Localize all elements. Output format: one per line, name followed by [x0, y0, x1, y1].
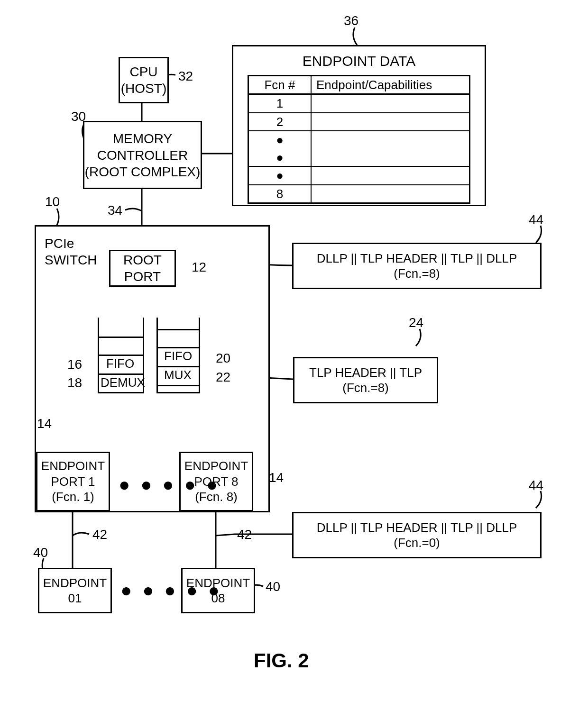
cpu-line1: CPU — [129, 64, 157, 80]
switch-l2: SWITCH — [45, 252, 97, 268]
table-row: ● — [248, 166, 470, 185]
endpoint01-l2: 01 — [68, 591, 82, 606]
ref-endpoint01: 40 — [33, 545, 48, 560]
ref-cpu: 32 — [178, 69, 193, 84]
memctl-l3: (ROOT COMPLEX) — [85, 164, 201, 180]
dllp-upper-l1: DLLP || TLP HEADER || TLP || DLLP — [317, 251, 517, 266]
cpu-line2: (HOST) — [121, 80, 166, 97]
tlp-l1: TLP HEADER || TLP — [309, 365, 422, 381]
right-queue-stack: FIFO MUX — [156, 318, 200, 393]
table-row: ● — [248, 131, 470, 149]
table-row: ● — [248, 149, 470, 167]
left-fifo-label: FIFO — [106, 356, 134, 371]
table-row: 1 — [248, 94, 470, 113]
figure-label: FIG. 2 — [254, 649, 309, 672]
ref-fifo-left: 16 — [67, 357, 82, 372]
right-fifo-label: FIFO — [164, 349, 192, 364]
ref-link-ep-right: 42 — [237, 527, 252, 542]
mux-label: MUX — [164, 368, 192, 382]
endpoint01-l1: ENDPOINT — [43, 575, 107, 591]
demux-label: DEMUX — [101, 375, 145, 390]
ref-dllp-lower: 44 — [529, 478, 543, 493]
ref-mux: 22 — [216, 370, 230, 385]
cpu-block: CPU (HOST) — [119, 57, 169, 103]
ref-link-root: 34 — [108, 203, 122, 218]
ref-endpoint-data: 36 — [344, 13, 358, 28]
ref-ep-port-right: 14 — [269, 470, 284, 485]
endpoint-port-1-block: ENDPOINT PORT 1 (Fcn. 1) — [36, 452, 110, 511]
ep8-l1: ENDPOINT — [184, 458, 248, 474]
root-port-l1: ROOT — [123, 252, 162, 268]
ref-tlp: 24 — [409, 315, 423, 330]
memory-controller-block: MEMORY CONTROLLER (ROOT COMPLEX) — [83, 121, 202, 189]
ref-root-port: 12 — [192, 260, 206, 275]
endpoint-data-title: ENDPOINT DATA — [303, 52, 415, 70]
tlp-l2: (Fcn.=8) — [342, 380, 389, 396]
memctl-l1: MEMORY — [113, 130, 173, 147]
root-port-l2: PORT — [124, 268, 161, 285]
endpoint-01-block: ENDPOINT 01 — [38, 568, 112, 613]
memctl-l2: CONTROLLER — [97, 147, 188, 164]
ref-ep-port-left: 14 — [37, 416, 52, 431]
left-queue-stack: FIFO DEMUX — [98, 318, 144, 393]
endpoint-data-table: Fcn # Endpoint/Capabilities 1 2 ● ● ● 8 — [248, 75, 470, 204]
table-row: 2 — [248, 113, 470, 131]
ref-memctl: 30 — [71, 109, 86, 124]
ref-dllp-upper: 44 — [529, 212, 543, 228]
ellipsis-endpoints: ●●●●● — [120, 580, 230, 601]
switch-l1: PCIe — [45, 235, 97, 252]
dllp-upper-l2: (Fcn.=8) — [394, 266, 440, 282]
root-port-block: ROOT PORT — [109, 250, 176, 287]
ep1-l2: PORT 1 — [51, 474, 95, 490]
tlp-callout: TLP HEADER || TLP (Fcn.=8) — [293, 357, 438, 403]
dllp-lower-callout: DLLP || TLP HEADER || TLP || DLLP (Fcn.=… — [292, 512, 542, 558]
table-row: 8 — [248, 185, 470, 203]
ref-fifo-right: 20 — [216, 351, 230, 366]
ref-switch: 10 — [45, 194, 60, 209]
table-header-fcn: Fcn # — [248, 75, 312, 94]
ref-endpoint08: 40 — [266, 579, 280, 594]
dllp-lower-l1: DLLP || TLP HEADER || TLP || DLLP — [317, 520, 517, 536]
ep1-l3: (Fcn. 1) — [52, 489, 94, 505]
ellipsis-ports: ●●●●● — [119, 474, 228, 495]
ref-demux: 18 — [67, 375, 82, 391]
ref-link-ep-left: 42 — [92, 527, 107, 542]
dllp-lower-l2: (Fcn.=0) — [394, 535, 440, 551]
dllp-upper-callout: DLLP || TLP HEADER || TLP || DLLP (Fcn.=… — [292, 243, 542, 289]
ep1-l1: ENDPOINT — [41, 458, 105, 474]
endpoint-data-block: ENDPOINT DATA Fcn # Endpoint/Capabilitie… — [232, 45, 486, 206]
table-header-caps: Endpoint/Capabilities — [311, 75, 470, 94]
